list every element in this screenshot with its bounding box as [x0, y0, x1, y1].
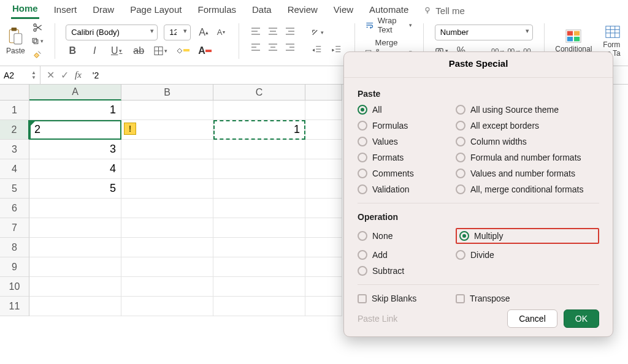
- radio-op-none[interactable]: None: [358, 228, 456, 244]
- cell-a10[interactable]: [29, 277, 121, 297]
- align-middle-button[interactable]: [267, 26, 282, 40]
- cell-a4[interactable]: 4: [29, 159, 121, 179]
- cancel-formula-icon[interactable]: ✕: [47, 69, 55, 81]
- tab-home[interactable]: Home: [11, 2, 39, 19]
- cell-d3[interactable]: [305, 140, 342, 159]
- cell-d2[interactable]: [305, 120, 342, 140]
- tab-formulas[interactable]: Formulas: [196, 3, 237, 18]
- cell-a5[interactable]: 5: [29, 179, 121, 199]
- namebox-down-icon[interactable]: ▼: [31, 75, 36, 80]
- decrease-indent-button[interactable]: [310, 43, 324, 56]
- cell-b5[interactable]: [121, 179, 213, 199]
- radio-validation[interactable]: Validation: [358, 184, 456, 194]
- cell-b4[interactable]: [121, 159, 213, 179]
- borders-button[interactable]: ▾: [154, 44, 167, 58]
- cell-d9[interactable]: [305, 257, 342, 277]
- tell-me[interactable]: Tell me: [423, 6, 465, 16]
- cell-a7[interactable]: [29, 218, 121, 238]
- checkbox-transpose[interactable]: Transpose: [456, 294, 599, 303]
- name-box[interactable]: A2 ▲▼: [0, 66, 40, 84]
- font-select[interactable]: [66, 25, 158, 40]
- row-header-9[interactable]: 9: [0, 257, 29, 277]
- cell-b9[interactable]: [121, 257, 213, 277]
- cell-c11[interactable]: [213, 297, 305, 316]
- cell-d5[interactable]: [305, 179, 342, 199]
- bold-button[interactable]: B: [66, 44, 79, 58]
- row-header-3[interactable]: 3: [0, 140, 29, 159]
- cell-b1[interactable]: [121, 100, 213, 120]
- increase-font-button[interactable]: A▴: [197, 26, 210, 39]
- font-size-select[interactable]: [164, 25, 191, 40]
- conditional-formatting-button[interactable]: Conditional: [555, 29, 592, 53]
- radio-op-add[interactable]: Add: [358, 250, 456, 260]
- radio-formats[interactable]: Formats: [358, 153, 456, 162]
- cell-a8[interactable]: [29, 238, 121, 257]
- format-painter-button[interactable]: [31, 49, 44, 60]
- cell-c2[interactable]: 1: [213, 120, 305, 140]
- increase-indent-button[interactable]: [330, 43, 343, 56]
- cell-a2[interactable]: 2: [29, 120, 121, 140]
- tab-draw[interactable]: Draw: [91, 3, 115, 18]
- radio-column-widths[interactable]: Column widths: [456, 137, 599, 146]
- error-smart-tag[interactable]: !: [124, 123, 136, 135]
- row-header-4[interactable]: 4: [0, 159, 29, 179]
- cell-c10[interactable]: [213, 277, 305, 297]
- cell-c5[interactable]: [213, 179, 305, 199]
- radio-op-subtract[interactable]: Subtract: [358, 266, 456, 276]
- row-header-1[interactable]: 1: [0, 100, 29, 120]
- cell-d8[interactable]: [305, 238, 342, 257]
- orientation-button[interactable]: ▾: [310, 26, 324, 39]
- row-header-8[interactable]: 8: [0, 238, 29, 257]
- align-center-button[interactable]: [267, 42, 282, 56]
- underline-button[interactable]: U▾: [110, 44, 123, 58]
- tab-view[interactable]: View: [332, 3, 354, 18]
- row-header-7[interactable]: 7: [0, 218, 29, 238]
- fx-icon[interactable]: fx: [75, 70, 82, 80]
- align-left-button[interactable]: [250, 42, 265, 56]
- col-header-a[interactable]: A: [29, 85, 121, 100]
- radio-all[interactable]: All: [358, 105, 456, 115]
- row-header-11[interactable]: 11: [0, 297, 29, 316]
- cell-c8[interactable]: [213, 238, 305, 257]
- radio-op-multiply[interactable]: Multiply: [459, 231, 503, 241]
- cell-c6[interactable]: [213, 199, 305, 218]
- col-header-d[interactable]: [305, 85, 342, 100]
- cell-d1[interactable]: [305, 100, 342, 120]
- font-color-button[interactable]: A: [198, 44, 212, 58]
- enter-formula-icon[interactable]: ✓: [61, 69, 69, 81]
- wrap-text-button[interactable]: Wrap Text▾: [366, 16, 412, 34]
- paste-link-button[interactable]: Paste Link: [358, 314, 397, 324]
- cut-button[interactable]: [31, 22, 44, 33]
- cell-a9[interactable]: [29, 257, 121, 277]
- cell-c1[interactable]: [213, 100, 305, 120]
- row-header-2[interactable]: 2: [0, 120, 29, 140]
- radio-merge-conditional[interactable]: All, merge conditional formats: [456, 184, 599, 194]
- cell-d6[interactable]: [305, 199, 342, 218]
- align-right-button[interactable]: [285, 42, 299, 56]
- cell-c4[interactable]: [213, 159, 305, 179]
- row-header-10[interactable]: 10: [0, 277, 29, 297]
- radio-op-divide[interactable]: Divide: [456, 250, 599, 260]
- col-header-c[interactable]: C: [213, 85, 305, 100]
- tab-insert[interactable]: Insert: [53, 3, 78, 18]
- paste-button[interactable]: Paste: [6, 27, 25, 55]
- align-top-button[interactable]: [250, 26, 265, 40]
- radio-formula-number-formats[interactable]: Formula and number formats: [456, 153, 599, 162]
- cell-b8[interactable]: [121, 238, 213, 257]
- radio-formulas[interactable]: Formulas: [358, 121, 456, 131]
- cell-c3[interactable]: [213, 140, 305, 159]
- copy-button[interactable]: ▾: [31, 36, 44, 47]
- cell-b11[interactable]: [121, 297, 213, 316]
- cell-d11[interactable]: [305, 297, 342, 316]
- radio-comments[interactable]: Comments: [358, 169, 456, 178]
- radio-source-theme[interactable]: All using Source theme: [456, 105, 599, 115]
- row-header-5[interactable]: 5: [0, 179, 29, 199]
- cell-b6[interactable]: [121, 199, 213, 218]
- number-format-select[interactable]: [435, 25, 533, 40]
- strikethrough-button[interactable]: ab: [132, 44, 145, 58]
- tab-data[interactable]: Data: [251, 3, 273, 18]
- cell-b3[interactable]: [121, 140, 213, 159]
- cell-c7[interactable]: [213, 218, 305, 238]
- align-bottom-button[interactable]: [285, 26, 299, 40]
- checkbox-skip-blanks[interactable]: Skip Blanks: [358, 294, 456, 303]
